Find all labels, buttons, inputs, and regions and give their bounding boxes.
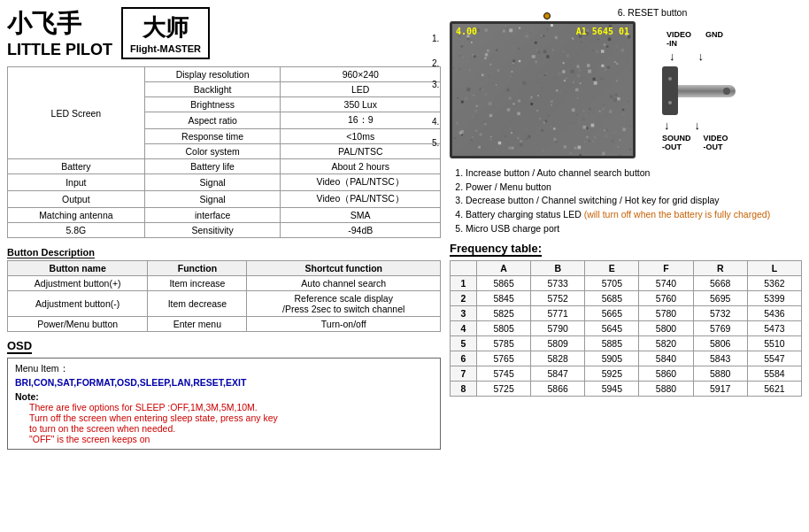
spec-value-brightness: 350 Lux [281, 97, 441, 112]
svg-rect-180 [556, 89, 558, 91]
svg-rect-61 [540, 86, 543, 89]
jack-dot-1 [668, 77, 672, 81]
freq-cell-l: 5362 [747, 276, 801, 291]
svg-rect-118 [477, 54, 479, 56]
svg-rect-283 [588, 70, 591, 73]
svg-rect-294 [458, 144, 460, 147]
freq-cell-a: 5825 [476, 306, 530, 321]
svg-rect-98 [452, 156, 456, 158]
brand-chinese: 大师 [130, 12, 201, 43]
svg-rect-258 [525, 124, 526, 125]
svg-rect-187 [552, 150, 554, 152]
svg-rect-78 [530, 97, 532, 99]
svg-rect-159 [475, 130, 477, 132]
osd-menu-label: Menu Item： [15, 363, 433, 375]
svg-rect-83 [457, 97, 458, 99]
freq-cell-l: 5436 [747, 306, 801, 321]
svg-rect-14 [592, 50, 593, 50]
svg-rect-178 [506, 62, 508, 64]
svg-rect-272 [622, 109, 625, 112]
svg-rect-126 [573, 123, 574, 124]
svg-rect-279 [522, 81, 526, 85]
svg-rect-8 [570, 152, 573, 155]
svg-rect-134 [577, 97, 579, 99]
svg-rect-223 [564, 80, 566, 81]
arrows-down-bottom: ↓ ↓ [664, 119, 736, 132]
osd-menu-items: BRI,CON,SAT,FORMAT,OSD,SLEEP,LAN,RESET,E… [15, 377, 433, 388]
svg-rect-277 [525, 127, 526, 128]
btn-header-name: Button name [8, 261, 148, 276]
screen-noise [452, 24, 633, 156]
svg-rect-137 [531, 103, 534, 105]
svg-rect-203 [605, 135, 608, 138]
svg-rect-195 [497, 69, 500, 72]
svg-rect-268 [551, 114, 552, 115]
svg-rect-198 [604, 129, 605, 131]
connector-area: VIDEO-IN GND ↓ ↓ [662, 21, 736, 151]
spec-value-input-signal: Video（PAL/NTSC） [281, 174, 441, 191]
svg-rect-32 [501, 99, 503, 101]
svg-rect-282 [490, 139, 492, 141]
freq-cell-e: 5665 [585, 306, 639, 321]
svg-rect-233 [510, 128, 512, 130]
screen-overlay: 4.00 A1 5645 01 [456, 27, 629, 36]
svg-rect-112 [474, 56, 476, 58]
svg-rect-24 [518, 89, 519, 90]
freq-cell-b: 5828 [531, 351, 585, 366]
svg-rect-299 [518, 99, 520, 102]
svg-rect-124 [472, 54, 473, 55]
freq-cell-b: 5809 [531, 336, 585, 351]
svg-rect-285 [489, 102, 492, 105]
svg-rect-167 [458, 68, 460, 70]
led-screen: 4.00 A1 5645 01 [450, 21, 636, 158]
svg-rect-210 [573, 81, 574, 83]
osd-note-text-3: to turn on the screen when needed. [29, 423, 433, 434]
svg-rect-173 [589, 107, 591, 110]
spec-label-input-signal: Signal [144, 174, 281, 191]
table-row: Adjustment button(-) Item decrease Refer… [8, 291, 441, 317]
svg-rect-12 [571, 70, 574, 73]
svg-rect-47 [597, 39, 598, 40]
spec-group-antenna: Matching antenna [8, 208, 145, 223]
svg-rect-63 [572, 108, 575, 112]
svg-rect-97 [513, 131, 515, 133]
spec-value-interface: SMA [281, 208, 441, 223]
spec-group-battery: Battery [8, 159, 145, 174]
svg-rect-74 [498, 142, 501, 144]
freq-cell-l: 5473 [747, 321, 801, 336]
freq-cell-e: 5885 [585, 336, 639, 351]
svg-rect-37 [586, 127, 588, 128]
svg-rect-68 [508, 157, 510, 158]
svg-rect-273 [553, 127, 555, 129]
btn-shortcut-minus: Reference scale display/Press 2sec to sw… [247, 291, 441, 317]
spec-value-sensitivity: -94dB [281, 223, 441, 238]
list-item-3: Decrease button / Channel switching / Ho… [466, 195, 802, 207]
svg-rect-161 [600, 152, 602, 154]
jack-tip [678, 85, 736, 97]
svg-rect-156 [459, 131, 462, 134]
svg-rect-29 [558, 73, 561, 76]
btn-header-function: Function [148, 261, 247, 276]
svg-rect-295 [497, 83, 498, 84]
svg-rect-50 [594, 81, 597, 85]
svg-rect-13 [537, 81, 538, 82]
english-title: LITTLE PILOT [7, 41, 112, 59]
jack-dot-2 [668, 101, 672, 104]
freq-cell-a: 5845 [476, 291, 530, 306]
svg-rect-247 [489, 64, 491, 66]
osd-title: OSD [7, 339, 32, 354]
btn-func-plus: Item increase [148, 276, 247, 291]
svg-rect-177 [466, 38, 470, 42]
btn-name-plus: Adjustment button(+) [8, 276, 148, 291]
svg-rect-169 [474, 110, 476, 112]
svg-rect-208 [509, 89, 512, 91]
freq-header-b: B [531, 261, 585, 276]
svg-rect-225 [456, 122, 458, 125]
spec-value-battery-life: About 2 hours [281, 159, 441, 174]
svg-rect-66 [548, 95, 550, 96]
svg-rect-7 [584, 142, 585, 143]
table-row: 1586557335705574056685362 [451, 276, 802, 291]
svg-rect-243 [577, 73, 581, 77]
svg-rect-133 [574, 134, 575, 135]
freq-cell-b: 5771 [531, 306, 585, 321]
